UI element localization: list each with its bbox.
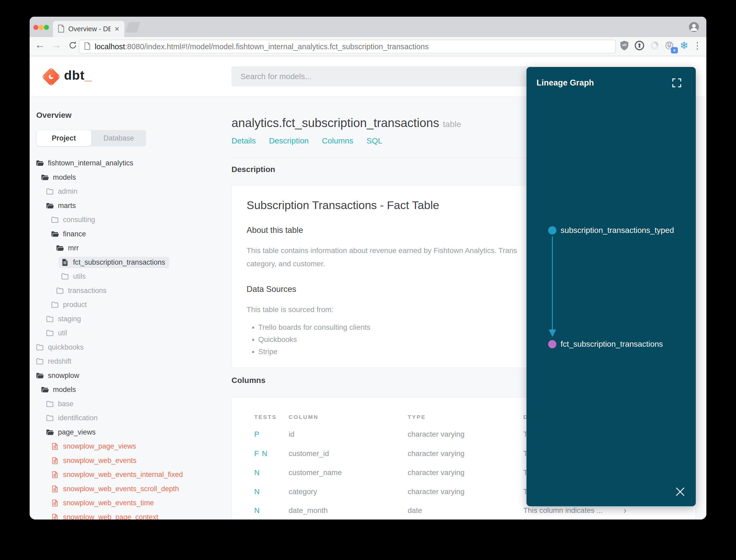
- folder-icon: [56, 287, 64, 295]
- tree-item-models[interactable]: models: [30, 383, 226, 397]
- tree-item-snowplow_web_page_context[interactable]: snowplow_web_page_context: [30, 510, 226, 520]
- close-tab-icon[interactable]: ✕: [114, 25, 120, 33]
- tree-item-fishtown_internal_analytics[interactable]: fishtown_internal_analytics: [30, 156, 226, 170]
- minimize-window-button[interactable]: [39, 25, 44, 30]
- url-path: :8080/index.html#!/model/model.fishtown_…: [125, 42, 428, 51]
- tree-item-label: snowplow_web_page_context: [63, 513, 158, 520]
- file-accent-icon: [51, 499, 59, 507]
- tab-project[interactable]: Project: [36, 130, 92, 146]
- ublock-extension-icon[interactable]: uO: [618, 40, 630, 51]
- folder-icon: [46, 187, 54, 196]
- search-input[interactable]: [232, 66, 533, 87]
- new-tab-button[interactable]: [125, 22, 141, 33]
- folder-icon: [46, 400, 54, 408]
- url-bar[interactable]: localhost:8080/index.html#!/model/model.…: [79, 40, 616, 53]
- column-name: id: [289, 430, 295, 439]
- tree-item-quickbooks[interactable]: quickbooks: [30, 340, 226, 355]
- tree-item-label: identification: [58, 414, 98, 422]
- tree-item-identification[interactable]: identification: [30, 411, 226, 425]
- tree-item-label: models: [53, 386, 76, 394]
- folder-icon: [36, 357, 44, 365]
- profile-avatar-icon[interactable]: [689, 22, 699, 33]
- header-type: TYPE: [408, 414, 426, 420]
- folder-icon: [46, 315, 54, 323]
- nav-sql[interactable]: SQL: [367, 136, 382, 145]
- tree-item-staging[interactable]: staging: [30, 312, 226, 326]
- tree-item-label: staging: [58, 315, 81, 323]
- browser-tab[interactable]: Overview - DBT Docs ✕: [53, 21, 124, 37]
- onepassword-extension-icon[interactable]: [634, 40, 645, 51]
- dbt-logo-icon: [42, 68, 60, 85]
- tab-database[interactable]: Database: [92, 130, 146, 146]
- tree-item-label: utils: [73, 272, 86, 281]
- column-type: character varying: [408, 449, 464, 458]
- tree-item-label: transactions: [68, 287, 107, 295]
- power-extension-icon[interactable]: x: [663, 40, 675, 51]
- tree-item-label: redshift: [48, 357, 71, 365]
- tree-item-label: page_views: [58, 428, 96, 436]
- expand-row-chevron-icon[interactable]: ›: [623, 505, 626, 516]
- tree-item-base[interactable]: base: [30, 397, 226, 411]
- column-name: date_month: [289, 506, 328, 515]
- tree-item-snowplow_web_events[interactable]: snowplow_web_events: [30, 454, 226, 468]
- snowflake-extension-icon[interactable]: ❄: [678, 40, 690, 51]
- folder-icon: [51, 216, 59, 224]
- tree-item-label: mrr: [68, 244, 79, 252]
- folder-open-icon: [36, 372, 44, 380]
- tree-item-util[interactable]: util: [30, 326, 226, 340]
- folder-open-icon: [51, 230, 59, 238]
- folder-open-icon: [36, 159, 44, 167]
- fullscreen-icon[interactable]: [672, 78, 681, 88]
- column-description: This column indicates ...: [523, 506, 603, 515]
- sidebar-overview-label: Overview: [36, 111, 71, 120]
- tree-item-marts[interactable]: marts: [30, 199, 226, 213]
- tree-item-admin[interactable]: admin: [30, 184, 226, 199]
- dbt-logo[interactable]: dbt_: [42, 68, 92, 85]
- browser-window: Overview - DBT Docs ✕ ← → localhost:8080…: [30, 17, 706, 520]
- lineage-node-upstream[interactable]: subscription_transactions_typed: [548, 226, 674, 235]
- folder-open-icon: [56, 244, 64, 252]
- file-icon: [61, 258, 69, 267]
- tree-item-mrr[interactable]: mrr: [30, 241, 226, 255]
- tree-item-redshift[interactable]: redshift: [30, 354, 226, 369]
- zoom-window-button[interactable]: [44, 25, 49, 30]
- close-window-button[interactable]: [33, 25, 38, 30]
- reload-icon[interactable]: [66, 40, 79, 52]
- tree-item-label: snowplow_web_events: [63, 457, 137, 465]
- tree-item-utils[interactable]: utils: [30, 269, 226, 284]
- column-type: character varying: [408, 487, 464, 496]
- tree-item-page_views[interactable]: page_views: [30, 425, 226, 440]
- file-accent-icon: [51, 442, 59, 450]
- column-type: character varying: [408, 468, 464, 477]
- tree-item-finance[interactable]: finance: [30, 227, 226, 241]
- tree-item-snowplow_page_views[interactable]: snowplow_page_views: [30, 439, 226, 454]
- tree-item-product[interactable]: product: [30, 298, 226, 312]
- lineage-node-current[interactable]: fct_subscription_transactions: [548, 340, 663, 349]
- tree-item-snowplow_web_events_scroll_depth[interactable]: snowplow_web_events_scroll_depth: [30, 482, 226, 496]
- column-name: customer_name: [289, 468, 342, 477]
- tree-item-transactions[interactable]: transactions: [30, 284, 226, 298]
- nav-details[interactable]: Details: [232, 136, 256, 145]
- folder-open-icon: [46, 202, 54, 210]
- folder-open-icon: [46, 428, 54, 436]
- tree-item-snowplow_web_events_internal_fixed[interactable]: snowplow_web_events_internal_fixed: [30, 468, 226, 482]
- logo-cursor: _: [85, 68, 92, 82]
- tree-item-models[interactable]: models: [30, 170, 226, 185]
- tree-item-snowplow[interactable]: snowplow: [30, 369, 226, 383]
- tree-item-consulting[interactable]: consulting: [30, 213, 226, 227]
- back-icon[interactable]: ←: [33, 39, 47, 51]
- nav-description[interactable]: Description: [269, 136, 309, 145]
- close-lineage-icon[interactable]: [675, 487, 685, 497]
- lineage-edge: [526, 67, 696, 506]
- tab-title: Overview - DBT Docs: [68, 25, 111, 33]
- browser-menu-icon[interactable]: ⋮: [692, 40, 703, 51]
- source-toggle: Project Database: [36, 130, 146, 146]
- nav-columns[interactable]: Columns: [322, 136, 353, 145]
- tree-item-fct_subscription_transactions[interactable]: fct_subscription_transactions: [30, 255, 226, 270]
- node-dot: [548, 340, 556, 348]
- forward-icon[interactable]: →: [50, 39, 63, 51]
- tree-item-snowplow_web_events_time[interactable]: snowplow_web_events_time: [30, 496, 226, 510]
- opera-swirl-extension-icon[interactable]: [649, 40, 660, 51]
- tree-item-label: snowplow: [48, 372, 79, 380]
- header-tests: TESTS: [254, 414, 277, 420]
